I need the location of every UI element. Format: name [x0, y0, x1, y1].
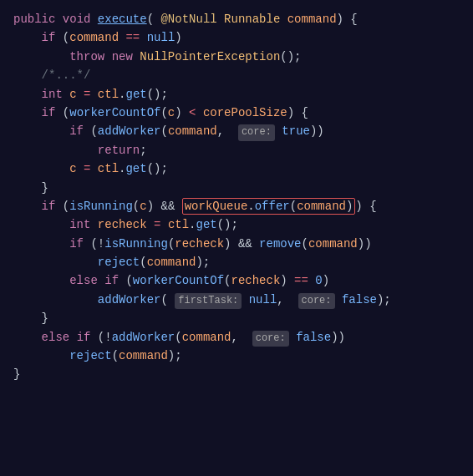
keyword-throw: throw	[69, 50, 104, 63]
keyword-public: public	[13, 13, 55, 26]
var-command: command	[69, 31, 119, 44]
var-command3: command	[297, 200, 346, 213]
op-eqeq: ==	[294, 274, 308, 287]
code-line-17: }	[13, 309, 460, 327]
keyword-else1: else	[69, 274, 98, 287]
param-command: command	[287, 13, 337, 26]
type-runnable: Runnable	[224, 13, 280, 26]
code-line-20: }	[13, 365, 460, 383]
code-line-13: if (!isRunning(recheck) && remove(comman…	[13, 235, 460, 253]
fn-addworker2: addWorker	[98, 293, 161, 306]
comment-block: /*...*/	[42, 68, 91, 82]
var-corepoolsize: corePoolSize	[203, 106, 287, 119]
fn-workercountof: workerCountOf	[69, 106, 160, 119]
fn-remove: remove	[259, 237, 301, 251]
code-line-6: if (workerCountOf(c) < corePoolSize) {	[13, 104, 460, 122]
keyword-else2: else	[42, 331, 70, 344]
var-command7: command	[119, 349, 168, 362]
code-line-12: int recheck = ctl.get();	[13, 215, 460, 234]
var-ctl: ctl	[98, 88, 119, 101]
code-editor: public void execute( @NotNull Runnable c…	[0, 0, 473, 476]
keyword-if3: if	[69, 124, 84, 138]
method-get2: get	[125, 162, 146, 175]
var-c3: c	[69, 162, 76, 175]
code-line-4: /*...*/	[13, 66, 460, 84]
code-line-8: return;	[13, 141, 460, 160]
code-line-5: int c = ctl.get();	[13, 85, 460, 104]
hint-core1: core:	[238, 124, 275, 140]
code-line-15: else if (workerCountOf(recheck) == 0)	[13, 271, 460, 290]
class-npe: NullPointerException	[140, 50, 280, 63]
code-line-18: else if (!addWorker(command, core: false…	[13, 328, 460, 347]
code-line-3: throw new NullPointerException();	[13, 48, 460, 66]
keyword-if7: if	[77, 331, 91, 344]
hint-core2: core:	[298, 293, 335, 309]
var-recheck: recheck	[98, 218, 147, 231]
var-ctl3: ctl	[168, 218, 189, 231]
code-line-16: addWorker( firstTask: null, core: false)…	[13, 291, 460, 309]
var-command4: command	[308, 237, 358, 251]
hint-firsttask: firstTask:	[175, 293, 242, 309]
annotation-notnull: @NotNull	[160, 13, 216, 26]
fn-workercountof2: workerCountOf	[133, 274, 224, 287]
code-line-7: if (addWorker(command, core: true))	[13, 122, 460, 140]
var-recheck3: recheck	[231, 274, 280, 287]
method-get: get	[125, 88, 146, 101]
keyword-return: return	[98, 144, 140, 157]
keyword-int: int	[42, 88, 63, 101]
code-line-2: if (command == null)	[13, 28, 460, 47]
op-eq: ==	[125, 31, 140, 44]
kw-null: null	[147, 31, 175, 44]
var-command2: command	[168, 124, 217, 138]
keyword-new: new	[112, 50, 133, 63]
code-line-1: public void execute( @NotNull Runnable c…	[13, 10, 460, 28]
method-get3: get	[196, 218, 217, 231]
fn-reject1: reject	[98, 256, 140, 269]
fn-isrunning1: isRunning	[69, 200, 133, 213]
keyword-int2: int	[69, 218, 90, 231]
kw-null2: null	[249, 293, 277, 306]
keyword-if2: if	[42, 106, 56, 119]
code-line-14: reject(command);	[13, 253, 460, 271]
method-execute: execute	[98, 13, 147, 26]
fn-reject2: reject	[69, 349, 111, 362]
var-command6: command	[182, 331, 231, 344]
keyword-if6: if	[104, 274, 119, 287]
var-c2: c	[168, 106, 175, 119]
code-line-9: c = ctl.get();	[13, 160, 460, 178]
var-c4: c	[140, 200, 146, 213]
keyword-void: void	[63, 13, 91, 26]
var-c: c	[69, 88, 76, 101]
keyword-if: if	[42, 31, 56, 44]
var-recheck2: recheck	[175, 237, 224, 251]
code-line-19: reject(command);	[13, 347, 460, 365]
fn-addworker3: addWorker	[112, 331, 175, 344]
highlight-workqueue: workQueue.offer(command)	[182, 198, 356, 215]
keyword-if4: if	[42, 200, 56, 213]
kw-true: true	[282, 124, 310, 138]
fn-addworker1: addWorker	[98, 124, 161, 138]
keyword-if5: if	[69, 237, 84, 251]
var-workqueue: workQueue	[185, 200, 248, 213]
num-zero: 0	[315, 274, 322, 287]
code-line-11: if (isRunning(c) && workQueue.offer(comm…	[13, 197, 460, 215]
fn-isrunning2: isRunning	[104, 237, 168, 251]
var-command5: command	[147, 256, 196, 269]
hint-core3: core:	[252, 331, 289, 347]
method-offer: offer	[255, 200, 290, 213]
kw-false2: false	[296, 331, 331, 344]
kw-false1: false	[342, 293, 377, 306]
code-line-10: }	[13, 179, 460, 197]
var-ctl2: ctl	[98, 162, 119, 175]
